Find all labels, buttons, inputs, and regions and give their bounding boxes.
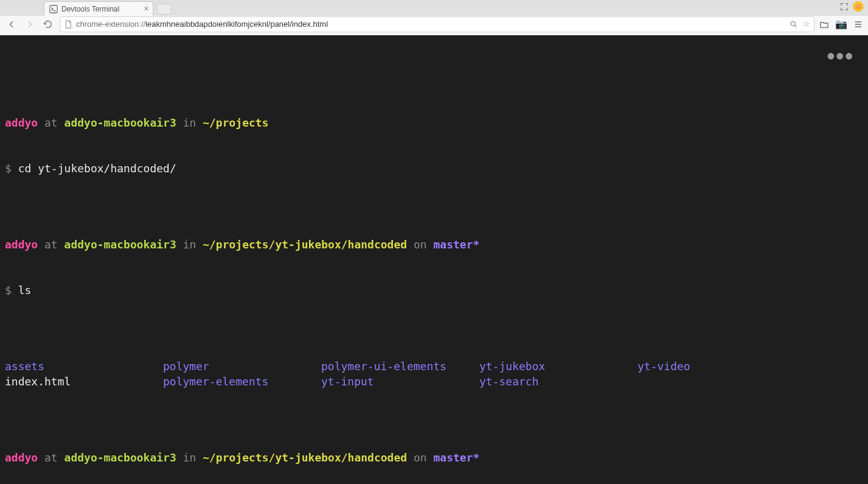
zoom-window-button[interactable] bbox=[26, 3, 33, 10]
ls-entry: yt-jukebox bbox=[479, 359, 637, 374]
prompt-line: addyo at addyo-macbookair3 in ~/projects… bbox=[5, 450, 863, 465]
ls-entry: yt-search bbox=[479, 374, 637, 389]
browser-toolbar: chrome-extension://leakmhneaibbdapdoienl… bbox=[0, 13, 868, 35]
back-button[interactable] bbox=[5, 18, 18, 31]
ls-entry: index.html bbox=[5, 374, 163, 389]
ls-entry: assets bbox=[5, 359, 163, 374]
ls-entry: polymer bbox=[163, 359, 321, 374]
minimize-window-button[interactable] bbox=[15, 3, 22, 10]
screenshot-extension-icon[interactable]: 📷 bbox=[835, 18, 847, 30]
ls-entry: polymer-ui-elements bbox=[321, 359, 479, 374]
page-icon bbox=[64, 20, 72, 29]
new-tab-button[interactable] bbox=[157, 4, 172, 15]
address-bar[interactable]: chrome-extension://leakmhneaibbdapdoienl… bbox=[60, 16, 814, 32]
ls-entry: yt-input bbox=[321, 374, 479, 389]
terminal-viewport[interactable]: ●●● addyo at addyo-macbookair3 in ~/proj… bbox=[0, 35, 868, 484]
ls-entry: yt-video bbox=[637, 359, 863, 374]
tab-close-icon[interactable]: ✕ bbox=[144, 5, 149, 13]
traffic-lights bbox=[4, 3, 33, 10]
prompt-line: addyo at addyo-macbookair3 in ~/projects… bbox=[5, 237, 863, 252]
reload-button[interactable] bbox=[41, 18, 55, 31]
url-scheme: chrome-extension:// bbox=[76, 19, 145, 29]
url-text: chrome-extension://leakmhneaibbdapdoienl… bbox=[76, 19, 786, 29]
forward-button[interactable] bbox=[23, 18, 36, 31]
url-rest: leakmhneaibbdapdoienlkifomjceknl/panel/i… bbox=[145, 19, 328, 29]
flower-extension-icon[interactable]: 🌼 bbox=[852, 2, 864, 12]
expand-window-icon[interactable] bbox=[840, 2, 849, 11]
ls-output: assets polymer polymer-ui-elements yt-ju… bbox=[5, 359, 863, 389]
terminal-overflow-icon[interactable]: ●●● bbox=[827, 47, 855, 63]
close-window-button[interactable] bbox=[4, 3, 11, 10]
terminal-favicon-icon bbox=[49, 5, 58, 13]
window-titlebar: Devtools Terminal ✕ 🌼 bbox=[0, 0, 868, 13]
command-line: $ cd yt-jukebox/handcoded/ bbox=[5, 161, 863, 176]
star-bookmark-icon[interactable]: ☆ bbox=[803, 19, 810, 29]
browser-tab[interactable]: Devtools Terminal ✕ bbox=[44, 1, 153, 16]
tab-title: Devtools Terminal bbox=[61, 5, 119, 13]
svg-rect-0 bbox=[50, 5, 57, 12]
bookmarks-folder-icon[interactable] bbox=[819, 19, 829, 29]
command-line: $ ls bbox=[5, 282, 863, 298]
chrome-menu-icon[interactable] bbox=[853, 19, 863, 29]
search-icon[interactable] bbox=[790, 20, 798, 29]
svg-point-1 bbox=[791, 21, 795, 26]
ls-entry: polymer-elements bbox=[163, 374, 321, 389]
prompt-line: addyo at addyo-macbookair3 in ~/projects bbox=[5, 115, 863, 130]
